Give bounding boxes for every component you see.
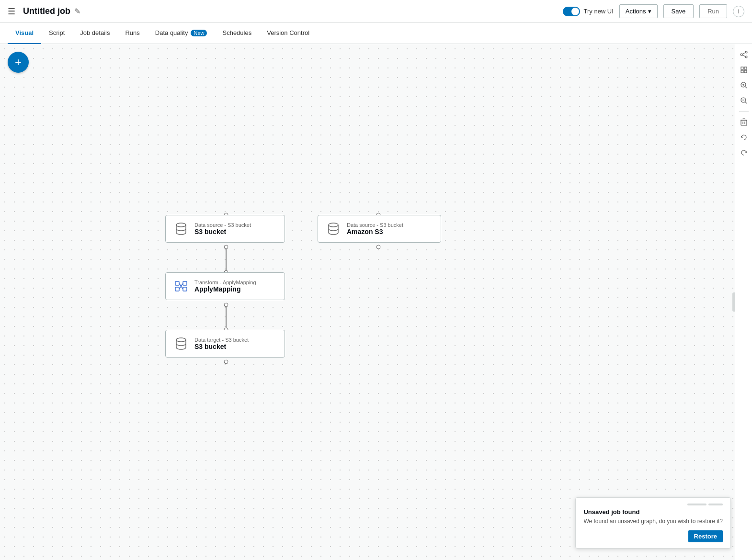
node-source2[interactable]: Data source - S3 bucket Amazon S3 — [318, 215, 441, 243]
svg-line-23 — [742, 55, 745, 56]
svg-point-5 — [376, 245, 380, 249]
tab-version-control[interactable]: Version Control — [259, 23, 317, 44]
svg-rect-26 — [741, 70, 743, 73]
tab-script[interactable]: Script — [41, 23, 72, 44]
node-target-type: Data target - S3 bucket — [194, 337, 249, 343]
svg-rect-15 — [183, 287, 187, 291]
node-transform-icon — [173, 279, 189, 294]
unsaved-notification: Unsaved job found We found an unsaved gr… — [575, 497, 731, 549]
actions-label: Actions — [626, 8, 646, 15]
redo-button[interactable] — [737, 146, 751, 159]
svg-rect-25 — [744, 67, 747, 69]
node-source1-text: Data source - S3 bucket S3 bucket — [194, 222, 251, 235]
tabs-bar: Visual Script Job details Runs Data qual… — [0, 23, 752, 44]
svg-point-20 — [741, 54, 742, 56]
svg-rect-12 — [175, 281, 179, 285]
menu-icon[interactable]: ☰ — [8, 6, 15, 17]
page-title: Untitled job — [23, 6, 70, 16]
svg-point-18 — [176, 338, 186, 342]
node-transform-name: ApplyMapping — [194, 285, 256, 293]
header-right: Try new UI Actions ▾ Save Run i — [563, 4, 745, 18]
node-target-text: Data target - S3 bucket S3 bucket — [194, 337, 249, 350]
notification-bars — [583, 504, 723, 505]
zoom-in-button[interactable] — [737, 78, 751, 92]
svg-point-7 — [224, 303, 228, 307]
svg-point-4 — [224, 245, 228, 249]
node-target-name: S3 bucket — [194, 343, 249, 350]
svg-rect-27 — [744, 70, 747, 73]
notification-title: Unsaved job found — [583, 508, 723, 515]
delete-button[interactable] — [737, 115, 751, 129]
svg-point-11 — [329, 223, 338, 227]
header-left: ☰ Untitled job ✎ — [8, 6, 80, 17]
node-source2-type: Data source - S3 bucket — [347, 222, 403, 228]
node-transform-text: Transform - ApplyMapping ApplyMapping — [194, 280, 256, 293]
fit-view-button[interactable] — [737, 63, 751, 77]
try-new-ui-toggle[interactable]: Try new UI — [563, 7, 614, 16]
svg-rect-24 — [741, 67, 743, 69]
data-quality-badge: New — [191, 30, 207, 36]
node-target-icon — [173, 336, 189, 351]
header: ☰ Untitled job ✎ Try new UI Actions ▾ Sa… — [0, 0, 752, 23]
notification-actions: Restore — [583, 530, 723, 542]
toolbar-handle[interactable] — [732, 292, 735, 312]
toggle-switch[interactable] — [563, 7, 580, 16]
add-node-button[interactable]: + — [8, 52, 29, 73]
node-source2-name: Amazon S3 — [347, 228, 403, 235]
svg-point-19 — [745, 51, 747, 53]
actions-button[interactable]: Actions ▾ — [619, 4, 658, 18]
run-button[interactable]: Run — [699, 4, 727, 18]
svg-line-29 — [745, 87, 747, 88]
info-icon[interactable]: i — [733, 6, 744, 17]
try-new-ui-label: Try new UI — [584, 8, 614, 15]
node-source2-text: Data source - S3 bucket Amazon S3 — [347, 222, 403, 235]
svg-point-21 — [745, 56, 747, 58]
node-source1-name: S3 bucket — [194, 228, 251, 235]
tab-data-quality[interactable]: Data quality New — [148, 23, 215, 44]
right-toolbar — [735, 44, 752, 560]
svg-point-9 — [224, 360, 228, 364]
tab-visual[interactable]: Visual — [8, 23, 41, 44]
canvas-wrapper: + — [0, 44, 752, 560]
zoom-out-button[interactable] — [737, 94, 751, 107]
svg-rect-14 — [183, 281, 187, 285]
svg-rect-35 — [741, 120, 747, 125]
node-source1-icon — [173, 221, 189, 236]
notification-bar-1 — [687, 504, 706, 505]
save-button[interactable]: Save — [663, 4, 694, 18]
svg-rect-13 — [175, 287, 179, 291]
actions-chevron-icon: ▾ — [648, 8, 651, 15]
share-button[interactable] — [737, 48, 751, 61]
node-transform[interactable]: Transform - ApplyMapping ApplyMapping — [165, 272, 285, 300]
node-target[interactable]: Data target - S3 bucket S3 bucket — [165, 330, 285, 358]
svg-line-22 — [742, 53, 745, 54]
tab-runs[interactable]: Runs — [117, 23, 147, 44]
toolbar-divider — [739, 111, 749, 112]
node-transform-type: Transform - ApplyMapping — [194, 280, 256, 285]
tab-schedules[interactable]: Schedules — [215, 23, 259, 44]
notification-message: We found an unsaved graph, do you wish t… — [583, 517, 723, 526]
tab-job-details[interactable]: Job details — [72, 23, 117, 44]
canvas[interactable]: + — [0, 44, 752, 560]
notification-bar-2 — [708, 504, 723, 505]
edit-icon[interactable]: ✎ — [74, 7, 80, 16]
node-source1[interactable]: Data source - S3 bucket S3 bucket — [165, 215, 285, 243]
svg-line-33 — [745, 102, 747, 103]
node-source1-type: Data source - S3 bucket — [194, 222, 251, 228]
undo-button[interactable] — [737, 131, 751, 144]
node-source2-icon — [326, 221, 341, 236]
svg-point-10 — [176, 223, 186, 227]
restore-button[interactable]: Restore — [688, 530, 723, 542]
